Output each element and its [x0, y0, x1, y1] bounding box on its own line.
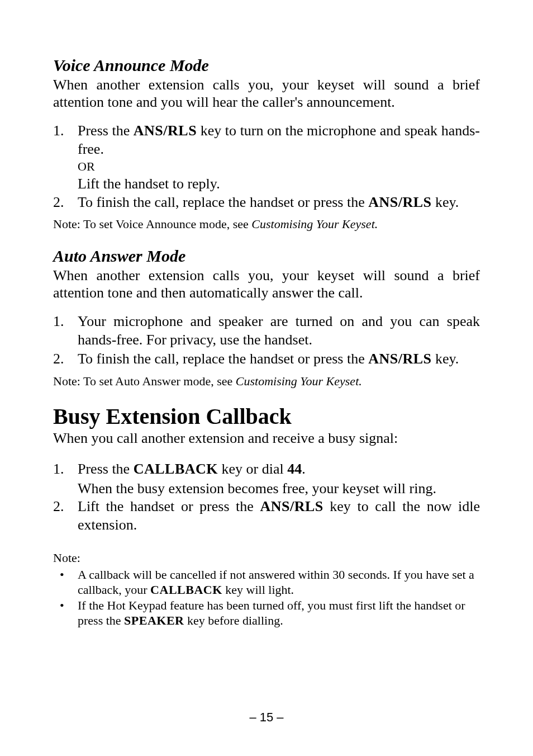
page-number: – 15 –	[0, 710, 533, 725]
intro-auto-answer: When another extension calls you, your k…	[53, 267, 480, 301]
sub-line: When the busy extension becomes free, yo…	[78, 480, 480, 498]
list-content: To finish the call, replace the handset …	[78, 193, 480, 212]
note-voice-announce: Note: To set Voice Announce mode, see Cu…	[53, 217, 480, 231]
text: key.	[432, 194, 459, 210]
list-item: 2. Lift the handset or press the ANS/RLS…	[53, 498, 480, 534]
key-name: ANS/RLS	[260, 498, 323, 514]
list-content: Press the CALLBACK key or dial 44.	[78, 460, 480, 479]
heading-auto-answer: Auto Answer Mode	[53, 247, 480, 266]
note-pre: Note: To set Voice Announce mode, see	[53, 217, 251, 231]
key-name: ANS/RLS	[134, 122, 197, 139]
list-number: 2.	[53, 193, 78, 212]
list-voice-announce: 1. Press the ANS/RLS key to turn on the …	[53, 122, 480, 211]
bullet-content: A callback will be cancelled if not answ…	[78, 567, 480, 598]
text: key or dial	[218, 461, 287, 477]
list-content: Your microphone and speaker are turned o…	[78, 313, 480, 349]
list-item: 2. To finish the call, replace the hands…	[53, 193, 480, 212]
list-item: 1. Your microphone and speaker are turne…	[53, 313, 480, 349]
text: Lift the handset or press the	[78, 498, 260, 514]
list-number: 1.	[53, 313, 78, 349]
list-number: 1.	[53, 460, 78, 479]
bullet-list: • A callback will be cancelled if not an…	[53, 567, 480, 629]
text: key will light.	[222, 583, 294, 597]
intro-busy-callback: When you call another extension and rece…	[53, 429, 480, 447]
list-content: To finish the call, replace the handset …	[78, 350, 480, 368]
text: Press the	[78, 122, 134, 139]
text: Press the	[78, 461, 134, 477]
list-auto-answer: 1. Your microphone and speaker are turne…	[53, 313, 480, 368]
text: key.	[432, 351, 459, 367]
note-em: Customising Your Keyset.	[236, 374, 362, 388]
list-content: Lift the handset or press the ANS/RLS ke…	[78, 498, 480, 534]
text: .	[302, 461, 306, 477]
list-item: 1. Press the CALLBACK key or dial 44.	[53, 460, 480, 479]
bullet-content: If the Hot Keypad feature has been turne…	[78, 598, 480, 629]
text: key before dialling.	[184, 613, 283, 627]
note-pre: Note: To set Auto Answer mode, see	[53, 374, 236, 388]
list-content: Press the ANS/RLS key to turn on the mic…	[78, 122, 480, 158]
note-em: Customising Your Keyset.	[251, 217, 378, 231]
text: To finish the call, replace the handset …	[78, 194, 368, 210]
list-busy-callback: 1. Press the CALLBACK key or dial 44. Wh…	[53, 460, 480, 534]
note-label: Note:	[53, 551, 480, 565]
key-name: CALLBACK	[134, 461, 218, 477]
bold-num: 44	[287, 461, 302, 477]
note-auto-answer: Note: To set Auto Answer mode, see Custo…	[53, 374, 480, 389]
key-name: ANS/RLS	[368, 351, 431, 367]
list-number: 1.	[53, 122, 78, 158]
key-name: SPEAKER	[124, 613, 184, 627]
bullet-item: • If the Hot Keypad feature has been tur…	[53, 598, 480, 629]
list-number: 2.	[53, 498, 78, 534]
list-item: 1. Press the ANS/RLS key to turn on the …	[53, 122, 480, 158]
heading-busy-callback: Busy Extension Callback	[53, 403, 480, 429]
key-name: CALLBACK	[150, 583, 222, 597]
key-name: ANS/RLS	[368, 194, 431, 210]
text: To finish the call, replace the handset …	[78, 351, 368, 367]
bullet-icon: •	[53, 598, 78, 629]
lift-text: Lift the handset to reply.	[78, 175, 480, 193]
heading-voice-announce: Voice Announce Mode	[53, 56, 480, 75]
intro-voice-announce: When another extension calls you, your k…	[53, 76, 480, 111]
list-item: 2. To finish the call, replace the hands…	[53, 350, 480, 368]
bullet-item: • A callback will be cancelled if not an…	[53, 567, 480, 598]
bullet-icon: •	[53, 567, 78, 598]
list-number: 2.	[53, 350, 78, 368]
or-text: OR	[78, 159, 480, 174]
